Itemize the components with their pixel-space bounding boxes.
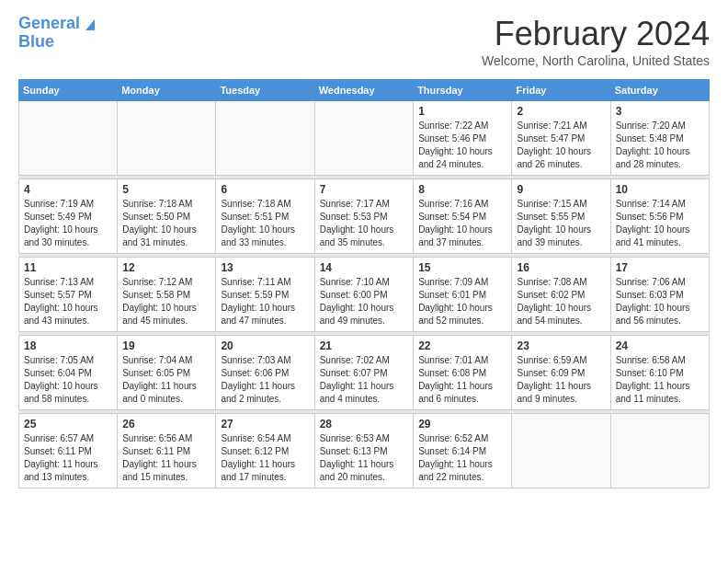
- day-info: Sunrise: 7:13 AM Sunset: 5:57 PM Dayligh…: [24, 276, 112, 327]
- day-info: Sunrise: 7:04 AM Sunset: 6:05 PM Dayligh…: [122, 354, 210, 406]
- day-number: 14: [320, 261, 408, 274]
- day-number: 29: [418, 418, 506, 431]
- day-info: Sunrise: 7:21 AM Sunset: 5:47 PM Dayligh…: [517, 120, 605, 171]
- day-number: 27: [221, 418, 309, 431]
- day-info: Sunrise: 6:53 AM Sunset: 6:13 PM Dayligh…: [320, 432, 408, 484]
- day-info: Sunrise: 6:59 AM Sunset: 6:09 PM Dayligh…: [517, 354, 605, 406]
- month-title: February 2024: [482, 15, 710, 53]
- calendar-cell: 18Sunrise: 7:05 AM Sunset: 6:04 PM Dayli…: [19, 336, 118, 410]
- calendar-cell: 3Sunrise: 7:20 AM Sunset: 5:48 PM Daylig…: [610, 101, 709, 176]
- calendar-cell: 24Sunrise: 6:58 AM Sunset: 6:10 PM Dayli…: [610, 336, 709, 410]
- calendar-cell: 5Sunrise: 7:18 AM Sunset: 5:50 PM Daylig…: [118, 179, 216, 254]
- day-info: Sunrise: 6:54 AM Sunset: 6:12 PM Dayligh…: [221, 432, 309, 484]
- calendar-cell: 15Sunrise: 7:09 AM Sunset: 6:01 PM Dayli…: [414, 258, 512, 332]
- day-info: Sunrise: 7:02 AM Sunset: 6:07 PM Dayligh…: [320, 354, 408, 406]
- day-number: 24: [616, 339, 704, 352]
- calendar-week-row: 4Sunrise: 7:19 AM Sunset: 5:49 PM Daylig…: [19, 179, 710, 254]
- day-number: 21: [320, 339, 408, 352]
- calendar-cell: 16Sunrise: 7:08 AM Sunset: 6:02 PM Dayli…: [512, 258, 610, 332]
- day-number: 7: [320, 183, 408, 196]
- location: Welcome, North Carolina, United States: [482, 53, 710, 68]
- day-number: 6: [221, 183, 309, 196]
- day-info: Sunrise: 6:57 AM Sunset: 6:11 PM Dayligh…: [24, 432, 112, 484]
- day-info: Sunrise: 7:03 AM Sunset: 6:06 PM Dayligh…: [221, 354, 309, 406]
- calendar-cell: 8Sunrise: 7:16 AM Sunset: 5:54 PM Daylig…: [414, 179, 512, 254]
- calendar-cell: [610, 414, 709, 488]
- day-info: Sunrise: 7:12 AM Sunset: 5:58 PM Dayligh…: [122, 276, 210, 327]
- calendar-cell: 2Sunrise: 7:21 AM Sunset: 5:47 PM Daylig…: [512, 101, 610, 176]
- calendar-header-row: SundayMondayTuesdayWednesdayThursdayFrid…: [19, 80, 710, 101]
- day-info: Sunrise: 6:52 AM Sunset: 6:14 PM Dayligh…: [418, 432, 506, 484]
- calendar-cell: [19, 101, 118, 176]
- column-header-monday: Monday: [118, 80, 216, 101]
- logo-text2: Blue: [18, 33, 98, 52]
- day-number: 25: [24, 418, 112, 431]
- calendar-cell: [118, 101, 216, 176]
- calendar-cell: [512, 414, 610, 488]
- day-number: 11: [24, 261, 112, 274]
- calendar-cell: [216, 101, 314, 176]
- calendar-cell: 13Sunrise: 7:11 AM Sunset: 5:59 PM Dayli…: [216, 258, 314, 332]
- day-info: Sunrise: 6:58 AM Sunset: 6:10 PM Dayligh…: [616, 354, 704, 406]
- svg-marker-0: [85, 19, 95, 30]
- calendar-cell: 14Sunrise: 7:10 AM Sunset: 6:00 PM Dayli…: [314, 258, 413, 332]
- calendar-cell: 25Sunrise: 6:57 AM Sunset: 6:11 PM Dayli…: [19, 414, 118, 488]
- column-header-saturday: Saturday: [610, 80, 709, 101]
- day-info: Sunrise: 7:22 AM Sunset: 5:46 PM Dayligh…: [418, 120, 506, 171]
- calendar-cell: 9Sunrise: 7:15 AM Sunset: 5:55 PM Daylig…: [512, 179, 610, 254]
- day-info: Sunrise: 7:01 AM Sunset: 6:08 PM Dayligh…: [418, 354, 506, 406]
- calendar-cell: 22Sunrise: 7:01 AM Sunset: 6:08 PM Dayli…: [414, 336, 512, 410]
- day-number: 28: [320, 418, 408, 431]
- day-info: Sunrise: 7:15 AM Sunset: 5:55 PM Dayligh…: [517, 198, 605, 249]
- day-number: 2: [517, 105, 605, 118]
- day-number: 23: [517, 339, 605, 352]
- calendar-table: SundayMondayTuesdayWednesdayThursdayFrid…: [18, 79, 710, 488]
- day-info: Sunrise: 7:08 AM Sunset: 6:02 PM Dayligh…: [517, 276, 605, 327]
- calendar-week-row: 25Sunrise: 6:57 AM Sunset: 6:11 PM Dayli…: [19, 414, 710, 488]
- calendar-cell: 28Sunrise: 6:53 AM Sunset: 6:13 PM Dayli…: [314, 414, 413, 488]
- day-info: Sunrise: 7:19 AM Sunset: 5:49 PM Dayligh…: [24, 198, 112, 249]
- day-info: Sunrise: 7:05 AM Sunset: 6:04 PM Dayligh…: [24, 354, 112, 406]
- day-number: 26: [122, 418, 210, 431]
- day-info: Sunrise: 7:18 AM Sunset: 5:51 PM Dayligh…: [221, 198, 309, 249]
- day-number: 12: [122, 261, 210, 274]
- column-header-thursday: Thursday: [414, 80, 512, 101]
- calendar-week-row: 1Sunrise: 7:22 AM Sunset: 5:46 PM Daylig…: [19, 101, 710, 176]
- day-number: 1: [418, 105, 506, 118]
- calendar-cell: 10Sunrise: 7:14 AM Sunset: 5:56 PM Dayli…: [610, 179, 709, 254]
- day-info: Sunrise: 6:56 AM Sunset: 6:11 PM Dayligh…: [122, 432, 210, 484]
- day-info: Sunrise: 7:09 AM Sunset: 6:01 PM Dayligh…: [418, 276, 506, 327]
- day-info: Sunrise: 7:10 AM Sunset: 6:00 PM Dayligh…: [320, 276, 408, 327]
- calendar-cell: 26Sunrise: 6:56 AM Sunset: 6:11 PM Dayli…: [118, 414, 216, 488]
- day-info: Sunrise: 7:17 AM Sunset: 5:53 PM Dayligh…: [320, 198, 408, 249]
- calendar-cell: 27Sunrise: 6:54 AM Sunset: 6:12 PM Dayli…: [216, 414, 314, 488]
- title-block: February 2024 Welcome, North Carolina, U…: [482, 15, 710, 68]
- calendar-week-row: 18Sunrise: 7:05 AM Sunset: 6:04 PM Dayli…: [19, 336, 710, 410]
- day-number: 17: [616, 261, 704, 274]
- day-number: 9: [517, 183, 605, 196]
- calendar-cell: 21Sunrise: 7:02 AM Sunset: 6:07 PM Dayli…: [314, 336, 413, 410]
- day-number: 22: [418, 339, 506, 352]
- calendar-cell: 19Sunrise: 7:04 AM Sunset: 6:05 PM Dayli…: [118, 336, 216, 410]
- logo-icon: [82, 16, 98, 32]
- column-header-sunday: Sunday: [19, 80, 118, 101]
- day-info: Sunrise: 7:16 AM Sunset: 5:54 PM Dayligh…: [418, 198, 506, 249]
- day-number: 20: [221, 339, 309, 352]
- day-number: 13: [221, 261, 309, 274]
- day-number: 15: [418, 261, 506, 274]
- column-header-tuesday: Tuesday: [216, 80, 314, 101]
- day-number: 8: [418, 183, 506, 196]
- logo-text: General: [18, 15, 80, 33]
- calendar-cell: 4Sunrise: 7:19 AM Sunset: 5:49 PM Daylig…: [19, 179, 118, 254]
- column-header-wednesday: Wednesday: [314, 80, 413, 101]
- calendar-cell: [314, 101, 413, 176]
- day-number: 16: [517, 261, 605, 274]
- day-number: 18: [24, 339, 112, 352]
- page-header: General Blue February 2024 Welcome, Nort…: [18, 15, 710, 68]
- calendar-cell: 17Sunrise: 7:06 AM Sunset: 6:03 PM Dayli…: [610, 258, 709, 332]
- calendar-cell: 11Sunrise: 7:13 AM Sunset: 5:57 PM Dayli…: [19, 258, 118, 332]
- column-header-friday: Friday: [512, 80, 610, 101]
- day-info: Sunrise: 7:18 AM Sunset: 5:50 PM Dayligh…: [122, 198, 210, 249]
- calendar-cell: 7Sunrise: 7:17 AM Sunset: 5:53 PM Daylig…: [314, 179, 413, 254]
- day-number: 4: [24, 183, 112, 196]
